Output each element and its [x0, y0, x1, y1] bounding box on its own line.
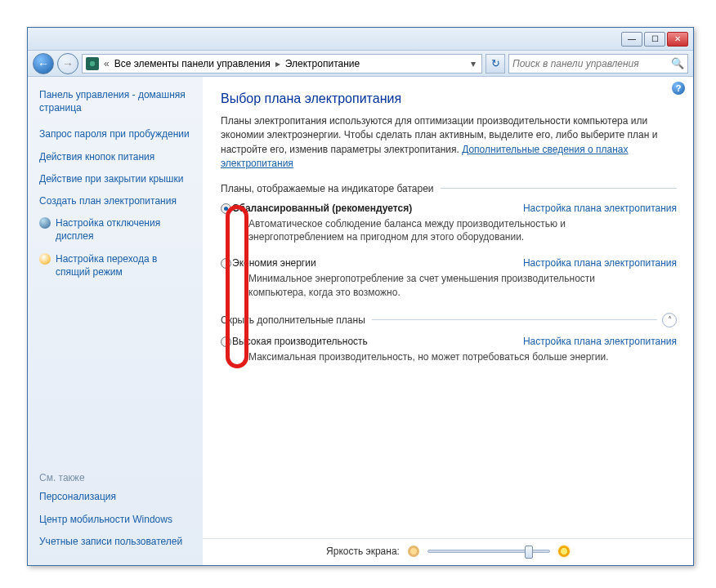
breadcrumb-level2[interactable]: Электропитание	[285, 58, 360, 69]
sidebar-home-link[interactable]: Панель управления - домашняя страница	[39, 88, 191, 114]
minimize-button[interactable]: —	[621, 32, 642, 47]
maximize-button[interactable]: ☐	[644, 32, 665, 47]
sidebar-link-display-off[interactable]: Настройка отключения дисплея	[39, 216, 191, 243]
sidebar-link-lid-close[interactable]: Действие при закрытии крышки	[39, 172, 191, 185]
sidebar-link-label: Настройка перехода в спящий режим	[56, 252, 191, 278]
collapse-button[interactable]: ˄	[662, 313, 677, 327]
sidebar-link-label: Настройка отключения дисплея	[56, 216, 191, 243]
search-input[interactable]	[512, 58, 671, 69]
group-title: Планы, отображаемые на индикаторе батаре…	[221, 183, 434, 194]
plan-name[interactable]: Высокая производительность	[232, 336, 368, 347]
see-also-personalization[interactable]: Персонализация	[39, 490, 191, 503]
see-also-mobility-center[interactable]: Центр мобильности Windows	[39, 513, 191, 526]
sidebar: Панель управления - домашняя страница За…	[28, 77, 203, 565]
plan-power-saver: Экономия энергии Настройка плана электро…	[221, 257, 677, 300]
chevron-right-icon: ▸	[274, 58, 282, 69]
page-title: Выбор плана электропитания	[221, 91, 677, 106]
sidebar-link-sleep[interactable]: Настройка перехода в спящий режим	[39, 252, 191, 278]
breadcrumb[interactable]: « Все элементы панели управления ▸ Элект…	[82, 54, 482, 74]
see-also-heading: См. также	[39, 472, 191, 483]
plan-balanced: Сбалансированный (рекомендуется) Настрой…	[221, 203, 677, 245]
nav-bar: ← → « Все элементы панели управления ▸ Э…	[28, 51, 693, 77]
sidebar-link-password-wake[interactable]: Запрос пароля при пробуждении	[39, 127, 191, 140]
brightness-label: Яркость экрана:	[326, 546, 400, 557]
plan-description: Автоматическое соблюдение баланса между …	[232, 217, 677, 245]
radio-high-performance[interactable]	[221, 336, 231, 347]
refresh-button[interactable]: ↻	[486, 54, 505, 74]
close-button[interactable]: ✕	[667, 32, 688, 47]
forward-button[interactable]: →	[57, 53, 78, 74]
plan-settings-link[interactable]: Настройка плана электропитания	[523, 336, 677, 347]
plan-description: Максимальная производительность, но може…	[232, 350, 677, 364]
sidebar-link-create-plan[interactable]: Создать план электропитания	[39, 194, 191, 207]
plan-settings-link[interactable]: Настройка плана электропитания	[523, 203, 677, 214]
plan-name[interactable]: Экономия энергии	[232, 257, 316, 269]
sidebar-link-power-buttons[interactable]: Действия кнопок питания	[39, 150, 191, 163]
plan-name[interactable]: Сбалансированный (рекомендуется)	[232, 203, 412, 214]
group-additional-plans: Скрыть дополнительные планы ˄	[221, 313, 677, 327]
sun-bright-icon	[558, 546, 570, 557]
brightness-slider[interactable]	[427, 550, 550, 553]
group-battery-plans: Планы, отображаемые на индикаторе батаре…	[221, 183, 677, 194]
sun-dim-icon	[408, 546, 419, 557]
content-area: ? Выбор плана электропитания Планы элект…	[203, 77, 693, 565]
search-icon: 🔍	[671, 57, 684, 69]
help-icon[interactable]: ?	[672, 82, 685, 95]
plan-description: Минимальное энергопотребление за счет ум…	[232, 272, 677, 300]
breadcrumb-back-chevron[interactable]: «	[102, 58, 111, 69]
moon-icon	[39, 253, 51, 265]
back-button[interactable]: ←	[33, 53, 54, 74]
search-box[interactable]: 🔍	[508, 54, 688, 74]
intro-text: Планы электропитания используются для оп…	[221, 114, 677, 172]
see-also-user-accounts[interactable]: Учетные записи пользователей	[39, 535, 191, 548]
window: — ☐ ✕ ← → « Все элементы панели управлен…	[27, 27, 694, 566]
titlebar: — ☐ ✕	[28, 28, 693, 51]
radio-power-saver[interactable]	[221, 258, 231, 269]
plan-high-performance: Высокая производительность Настройка пла…	[221, 336, 677, 364]
breadcrumb-level1[interactable]: Все элементы панели управления	[114, 58, 271, 69]
radio-balanced[interactable]	[221, 203, 231, 214]
brightness-footer: Яркость экрана:	[203, 538, 693, 557]
control-panel-icon	[86, 57, 99, 70]
slider-thumb[interactable]	[525, 546, 533, 559]
plan-settings-link[interactable]: Настройка плана электропитания	[523, 257, 677, 269]
group-title: Скрыть дополнительные планы	[221, 314, 365, 326]
monitor-icon	[39, 217, 51, 229]
breadcrumb-dropdown[interactable]: ▾	[468, 58, 478, 69]
